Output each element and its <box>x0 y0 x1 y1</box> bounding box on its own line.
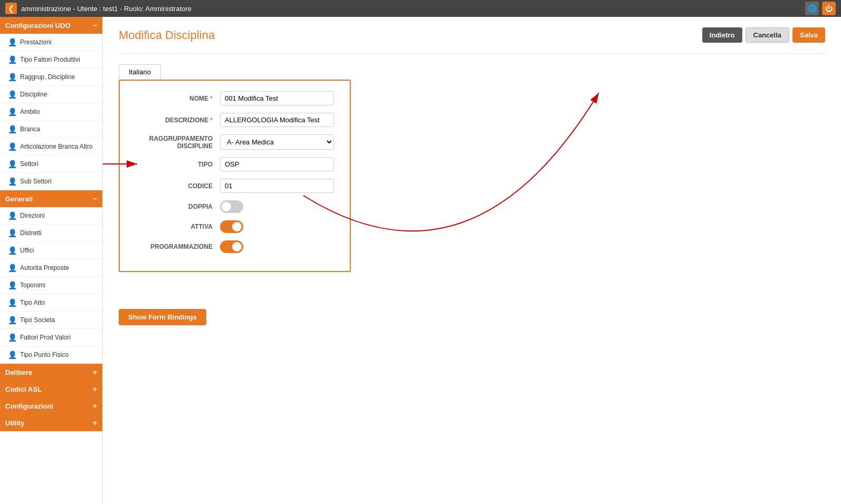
form-row-doppia: DOPPIA <box>136 200 334 213</box>
sidebar-item-ambito[interactable]: 👤Ambito <box>0 103 102 121</box>
required-marker: * <box>210 95 213 102</box>
person-icon: 👤 <box>7 90 17 99</box>
sidebar-item-tipo-societa[interactable]: 👤Tipo Societa <box>0 312 102 329</box>
sidebar-item-label: Prestazioni <box>20 38 51 46</box>
sidebar-item-discipline[interactable]: 👤Discipline <box>0 86 102 103</box>
sidebar-item-uffici[interactable]: 👤Uffici <box>0 242 102 259</box>
cancel-button[interactable]: Cancella <box>746 27 789 43</box>
back-button[interactable]: Indietro <box>702 27 742 43</box>
form-row-descrizione: DESCRIZIONE * <box>136 113 334 127</box>
main-content: Modifica Disciplina Indietro Cancella Sa… <box>103 17 841 504</box>
sidebar-item-raggrup-discipline[interactable]: 👤Raggrup. Discipline <box>0 69 102 86</box>
person-icon: 👤 <box>7 124 17 134</box>
form-input-nome[interactable] <box>220 91 334 105</box>
sidebar-item-distretti[interactable]: 👤Distretti <box>0 225 102 242</box>
toggle-knob-programmazione <box>232 242 242 251</box>
form-toggle-attiva[interactable] <box>220 220 243 233</box>
person-icon: 👤 <box>7 177 17 186</box>
form-panel: NOME *DESCRIZIONE *RAGGRUPPAMENTO DISCIP… <box>119 80 351 272</box>
sidebar-section-label: Configurazioni <box>5 402 53 410</box>
form-label-doppia: DOPPIA <box>136 203 220 210</box>
toggle-knob-attiva <box>232 222 242 231</box>
sidebar-item-label: Direzioni <box>20 212 45 219</box>
form-select-raggruppamento-discipline[interactable]: A- Area MedicaB- Area Chirurgica <box>220 134 334 150</box>
sidebar-section-delibere[interactable]: Delibere+ <box>0 364 102 381</box>
form-label-raggruppamento-discipline: RAGGRUPPAMENTO DISCIPLINE <box>136 135 220 150</box>
person-icon: 👤 <box>7 298 17 307</box>
sidebar-section-utility[interactable]: Utility+ <box>0 414 102 431</box>
person-icon: 👤 <box>7 72 17 82</box>
tab-bar: Italiano <box>119 64 825 80</box>
person-icon: 👤 <box>7 211 17 220</box>
sidebar-section-codici-asl[interactable]: Codici ASL+ <box>0 381 102 398</box>
sidebar-item-label: Tipo Atto <box>20 299 45 306</box>
power-icon[interactable]: ⏻ <box>822 2 836 15</box>
sidebar-item-label: Tipo Fattori Produttivi <box>20 56 80 63</box>
form-row-nome: NOME * <box>136 91 334 105</box>
toggle-slider-attiva <box>220 220 243 233</box>
form-input-descrizione[interactable] <box>220 113 334 127</box>
form-input-codice[interactable] <box>220 179 334 193</box>
form-row-raggruppamento-discipline: RAGGRUPPAMENTO DISCIPLINEA- Area MedicaB… <box>136 134 334 150</box>
form-label-attiva: ATTIVA <box>136 223 220 230</box>
sidebar-section-label: Configurazioni UDO <box>5 22 71 30</box>
person-icon: 👤 <box>7 37 17 47</box>
sidebar-item-label: Discipline <box>20 91 47 98</box>
form-toggle-programmazione[interactable] <box>220 240 243 253</box>
form-row-programmazione: PROGRAMMAZIONE <box>136 240 334 253</box>
sidebar-item-label: Branca <box>20 125 40 133</box>
sidebar-item-articolazione-branca-altro[interactable]: 👤Articolazione Branca Altro <box>0 138 102 156</box>
form-label-descrizione: DESCRIZIONE * <box>136 117 220 124</box>
sidebar-item-branca[interactable]: 👤Branca <box>0 121 102 138</box>
sidebar-item-fattori-prod-valori[interactable]: 👤Fattori Prod Valori <box>0 329 102 346</box>
form-label-nome: NOME * <box>136 95 220 102</box>
sidebar-item-label: Fattori Prod Valori <box>20 334 71 341</box>
sidebar-item-label: Toponimi <box>20 282 45 289</box>
nav-back-chevron[interactable]: ❮ <box>5 3 17 14</box>
person-icon: 👤 <box>7 142 17 151</box>
app-title: amministrazione - Utente : test1 - Ruolo… <box>21 5 192 13</box>
header-divider <box>119 53 825 54</box>
header-buttons: Indietro Cancella Salva <box>702 27 825 43</box>
save-button[interactable]: Salva <box>792 27 825 43</box>
sidebar-section-toggle-icon: + <box>93 368 97 376</box>
person-icon: 👤 <box>7 280 17 290</box>
sidebar-item-tipo-atto[interactable]: 👤Tipo Atto <box>0 294 102 312</box>
sidebar-item-tipo-fattori-produttivi[interactable]: 👤Tipo Fattori Produttivi <box>0 51 102 69</box>
sidebar-item-label: Sub Settori <box>20 178 51 185</box>
sidebar-section-label: Utility <box>5 419 24 427</box>
sidebar-section-label: Generali <box>5 195 33 203</box>
form-toggle-doppia[interactable] <box>220 200 243 213</box>
sidebar-item-autorita-preposte[interactable]: 👤Autorita Preposte <box>0 259 102 277</box>
sidebar-item-direzioni[interactable]: 👤Direzioni <box>0 207 102 225</box>
show-form-bindings-button[interactable]: Show Form Bindings <box>119 309 206 325</box>
sidebar-section-toggle-icon: − <box>93 195 97 203</box>
sidebar-item-prestazioni[interactable]: 👤Prestazioni <box>0 34 102 51</box>
toggle-slider-programmazione <box>220 240 243 253</box>
sidebar-item-label: Ambito <box>20 108 40 115</box>
globe-icon[interactable]: 🌐 <box>805 2 819 15</box>
sidebar-section-configurazioni-udo[interactable]: Configurazioni UDO− <box>0 17 102 34</box>
form-row-tipo: TIPO <box>136 157 334 171</box>
form-input-tipo[interactable] <box>220 157 334 171</box>
sidebar-item-label: Tipo Punto Fisico <box>20 351 69 358</box>
sidebar-section-configurazioni[interactable]: Configurazioni+ <box>0 398 102 414</box>
sidebar-item-settori[interactable]: 👤Settori <box>0 156 102 173</box>
tab-italiano[interactable]: Italiano <box>119 64 161 80</box>
person-icon: 👤 <box>7 333 17 342</box>
show-form-bindings-area: Show Form Bindings <box>119 304 825 325</box>
sidebar-section-label: Codici ASL <box>5 385 42 393</box>
sidebar-item-tipo-punto-fisico[interactable]: 👤Tipo Punto Fisico <box>0 346 102 364</box>
top-icons: 🌐 ⏻ <box>805 2 836 15</box>
sidebar-item-sub-settori[interactable]: 👤Sub Settori <box>0 173 102 190</box>
toggle-knob-doppia <box>222 202 231 211</box>
top-bar: ❮ amministrazione - Utente : test1 - Ruo… <box>0 0 841 17</box>
sidebar-item-label: Raggrup. Discipline <box>20 73 75 81</box>
form-label-codice: CODICE <box>136 182 220 190</box>
sidebar-section-toggle-icon: + <box>93 419 97 427</box>
person-icon: 👤 <box>7 263 17 273</box>
sidebar-section-generali[interactable]: Generali− <box>0 190 102 207</box>
form-row-attiva: ATTIVA <box>136 220 334 233</box>
sidebar-item-toponimi[interactable]: 👤Toponimi <box>0 277 102 294</box>
sidebar-item-label: Distretti <box>20 229 42 237</box>
